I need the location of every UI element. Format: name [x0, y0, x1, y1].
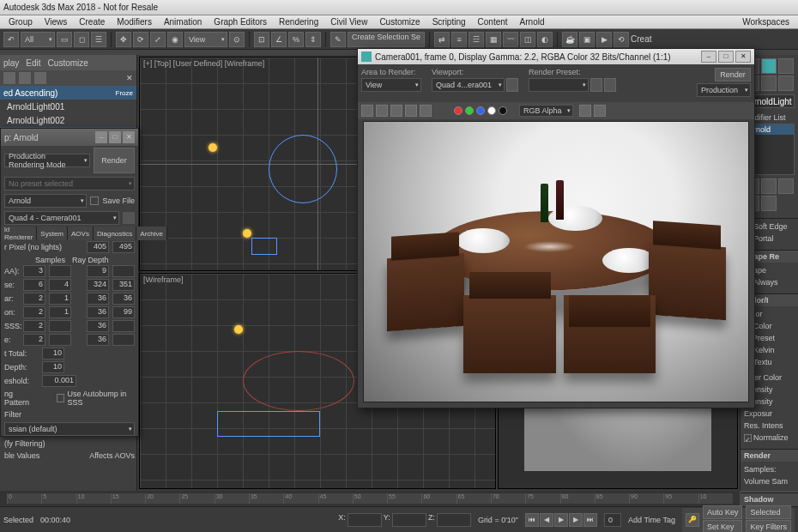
current-frame[interactable]: 0 [604, 513, 621, 527]
cp-display-icon[interactable] [761, 76, 777, 91]
samp-d[interactable]: 36 [112, 293, 135, 305]
tool-curveeditor[interactable]: 〰 [503, 32, 518, 47]
coord-x[interactable] [348, 513, 382, 527]
vp-top-label[interactable]: [+] [Top] [User Defined] [Wireframe] [143, 59, 264, 68]
named-selset-input[interactable]: Create Selection Se [348, 32, 425, 47]
menu-content[interactable]: Content [473, 17, 513, 27]
menu-create[interactable]: Create [74, 17, 110, 27]
samp-a[interactable]: 6 [23, 279, 45, 291]
samp-a[interactable]: 3 [23, 265, 45, 277]
tool-schematic[interactable]: ◫ [520, 32, 535, 47]
set-key-icon[interactable]: 🔑 [686, 513, 699, 527]
total[interactable]: 10 [42, 348, 64, 360]
menu-animation[interactable]: Animation [159, 17, 207, 27]
selected-filter[interactable]: Selected [746, 505, 791, 519]
samp-d[interactable] [112, 320, 135, 332]
render-view-dd[interactable]: Quad 4 - Camera001 [4, 211, 119, 225]
coord-z[interactable] [437, 513, 471, 527]
menu-customize[interactable]: Customize [374, 17, 425, 27]
goto-end-icon[interactable]: ⏭ [583, 513, 597, 527]
fb-viewport-dd[interactable]: Quad 4...era001 [432, 78, 505, 92]
samp-a[interactable]: 2 [23, 334, 45, 346]
render-button[interactable]: Render [94, 148, 135, 173]
tool-namedselset[interactable]: ✎ [330, 32, 346, 47]
time-tag[interactable]: Add Time Tag [628, 516, 675, 524]
exp-display[interactable]: play [3, 58, 19, 68]
exp-icon-1[interactable] [3, 72, 15, 84]
vp-left-label[interactable]: [Wireframe] [143, 275, 184, 284]
channel-mono-icon[interactable] [499, 106, 507, 115]
samp-b[interactable]: 1 [49, 306, 71, 318]
menu-group[interactable]: Group [3, 17, 38, 27]
fb-clear-icon[interactable] [420, 105, 432, 117]
tool-rotate[interactable]: ⟳ [133, 32, 148, 47]
stack-unique-icon[interactable] [778, 178, 794, 194]
light-gizmo-icon[interactable] [234, 325, 243, 334]
table-wire-side[interactable] [217, 411, 320, 437]
tool-mirror[interactable]: ⇄ [434, 32, 450, 47]
px-h[interactable]: 495 [112, 241, 135, 253]
goto-start-icon[interactable]: ⏮ [525, 513, 539, 527]
tool-move[interactable]: ✥ [116, 32, 131, 47]
samp-a[interactable]: 2 [23, 293, 45, 305]
cp-hierarchy-icon[interactable] [778, 58, 794, 74]
samp-c[interactable]: 36 [87, 306, 109, 318]
table-wire-top[interactable] [269, 135, 337, 203]
camera-gizmo[interactable] [251, 238, 277, 255]
menu-scripting[interactable]: Scripting [427, 17, 471, 27]
render-mode-dd[interactable]: Production Rendering Mode [4, 154, 90, 167]
area-to-render-dd[interactable]: View [361, 78, 421, 92]
samp-c[interactable]: 36 [87, 293, 109, 305]
samp-c[interactable]: 36 [87, 320, 109, 332]
fb-min-icon[interactable]: – [701, 51, 716, 63]
coord-system-dd[interactable]: View [184, 32, 227, 47]
tool-undo[interactable]: ↶ [3, 32, 19, 47]
samp-d[interactable] [112, 265, 135, 277]
fb-print-icon[interactable] [405, 105, 417, 117]
fb-clone-icon[interactable] [390, 105, 402, 117]
samp-c[interactable]: 324 [87, 279, 109, 291]
fb-render-button[interactable]: Render [715, 68, 751, 82]
channel-alpha-icon[interactable] [487, 106, 496, 115]
cp-utilities-icon[interactable] [778, 76, 794, 91]
tool-selectname[interactable]: ☰ [91, 32, 106, 47]
autobump-chk[interactable] [57, 394, 64, 402]
lock-view-icon[interactable] [123, 212, 135, 224]
rtab-system[interactable]: System [37, 227, 68, 240]
fb-channel-dd[interactable]: RGB Alpha [519, 105, 573, 117]
tool-align[interactable]: ≡ [451, 32, 467, 47]
fb-lock-icon[interactable] [506, 78, 518, 92]
tool-ribbon[interactable]: ▦ [486, 32, 501, 47]
samp-d[interactable]: 99 [112, 306, 135, 318]
rtab-renderer[interactable]: ld Renderer [1, 227, 37, 240]
stack-showend-icon[interactable] [761, 178, 777, 194]
depth[interactable]: 10 [42, 361, 64, 373]
samp-b[interactable] [49, 320, 71, 332]
rtab-aovs[interactable]: AOVs [68, 227, 94, 240]
threshold[interactable]: 0.001 [42, 375, 76, 387]
tool-layer[interactable]: ☲ [469, 32, 484, 47]
fb-env-icon[interactable] [604, 78, 616, 92]
tool-select[interactable]: ▭ [57, 32, 72, 47]
fb-save-icon[interactable] [361, 105, 373, 117]
scene-item[interactable]: ArnoldLight002 [0, 113, 136, 127]
fb-setup-icon[interactable] [590, 78, 602, 92]
play-icon[interactable]: ▶ [554, 513, 568, 527]
tool-selectregion[interactable]: ◻ [74, 32, 89, 47]
samp-b[interactable]: 1 [49, 293, 71, 305]
samp-a[interactable]: 2 [23, 306, 45, 318]
fb-copy-icon[interactable] [376, 105, 388, 117]
renderer-dd[interactable]: Arnold [4, 194, 87, 208]
samp-a[interactable]: 2 [23, 320, 45, 332]
scene-item[interactable]: ArnoldLight001 [0, 100, 136, 113]
tool-renderiter[interactable]: ⟲ [614, 32, 629, 47]
tool-material[interactable]: ◐ [537, 32, 553, 47]
perspective-ring[interactable] [243, 351, 354, 411]
time-slider[interactable]: 0510152025303540455055606570758085909510 [0, 491, 740, 506]
auto-key-button[interactable]: Auto Key [703, 505, 743, 519]
workspaces-menu[interactable]: Workspaces [737, 17, 795, 27]
tool-renderprod[interactable]: ▶ [596, 32, 612, 47]
coord-y[interactable] [392, 513, 426, 527]
tool-snap[interactable]: ⊡ [254, 32, 269, 47]
tool-framebuffer[interactable]: ▣ [579, 32, 595, 47]
